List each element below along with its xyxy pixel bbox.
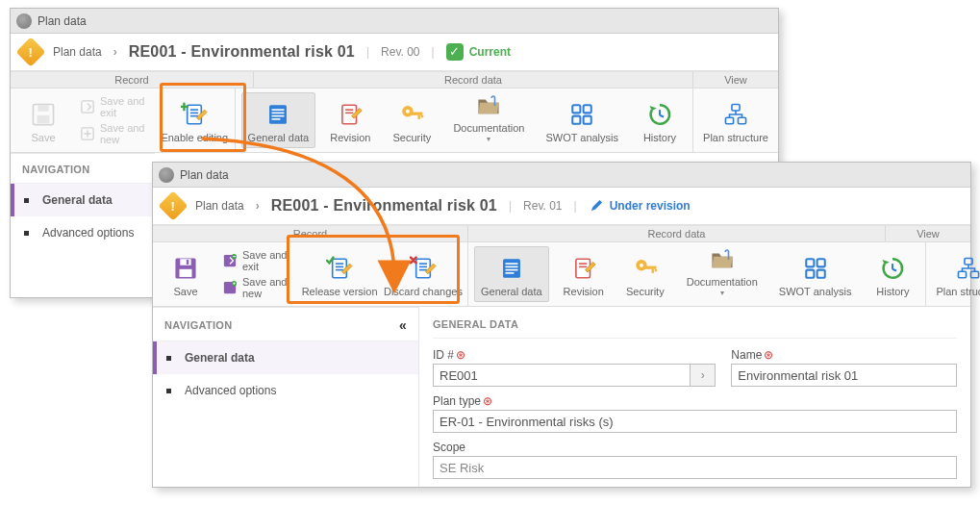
collapse-icon[interactable]: « <box>399 317 407 333</box>
svg-rect-23 <box>584 105 591 113</box>
security-button[interactable]: Security <box>385 92 439 148</box>
swot-analysis-button[interactable]: SWOT analysis <box>772 246 859 302</box>
svg-rect-60 <box>806 259 814 266</box>
ribbon-head-view: View <box>886 226 970 241</box>
bullet-icon <box>24 231 29 236</box>
ribbon-group-view: Plan structure <box>693 88 778 152</box>
plan-structure-label: Plan structure <box>703 132 768 143</box>
svg-rect-21 <box>421 115 423 117</box>
history-clock-icon <box>645 101 674 128</box>
svg-rect-61 <box>817 259 824 266</box>
general-data-label: General data <box>481 286 542 297</box>
plan-structure-button[interactable]: Plan structure <box>699 92 772 148</box>
enable-editing-button[interactable]: Enable editing <box>161 92 229 148</box>
breadcrumb-root[interactable]: Plan data <box>195 199 244 213</box>
titlebar: Plan data <box>153 163 970 188</box>
swot-analysis-button[interactable]: SWOT analysis <box>539 92 625 148</box>
svg-rect-30 <box>738 117 745 124</box>
save-button[interactable]: Save <box>159 246 213 302</box>
nav-item-general-data[interactable]: General data <box>153 341 418 374</box>
general-data-button[interactable]: General data <box>241 92 316 148</box>
bullet-icon <box>166 356 171 361</box>
nav-item-advanced-options[interactable]: Advanced options <box>153 374 418 407</box>
swot-grid-icon <box>801 255 830 282</box>
save-and-exit-label: Save and exit <box>242 249 291 272</box>
window-title: Plan data <box>180 168 229 182</box>
scope-input <box>433 456 957 479</box>
field-label-scope: Scope <box>433 441 957 454</box>
general-data-button[interactable]: General data <box>474 246 549 302</box>
swot-label: SWOT analysis <box>545 132 618 143</box>
svg-rect-57 <box>645 266 656 269</box>
floppy-plus-icon <box>81 127 94 140</box>
svg-rect-22 <box>572 105 580 113</box>
chevron-right-icon: › <box>256 199 260 213</box>
status-label: Under revision <box>610 199 691 213</box>
status-label: Current <box>469 45 511 59</box>
svg-point-18 <box>406 110 410 114</box>
nav-item-advanced-options[interactable]: Advanced options <box>11 216 155 249</box>
id-lookup-button[interactable]: › <box>691 364 716 387</box>
save-and-new-label: Save and new <box>242 276 291 299</box>
discard-changes-button[interactable]: Discard changes <box>385 246 462 302</box>
plan-structure-label: Plan structure <box>936 286 980 297</box>
required-icon: ⊛ <box>456 348 465 362</box>
ribbon: Save Save and exit Save and new <box>153 242 970 307</box>
chevron-right-icon: › <box>701 368 705 382</box>
revision-button[interactable]: Revision <box>557 246 611 302</box>
svg-rect-28 <box>732 104 740 111</box>
ribbon-group-record-data: General data Revision Security <box>236 88 693 152</box>
history-button[interactable]: History <box>633 92 687 148</box>
required-icon: ⊛ <box>483 394 492 408</box>
history-clock-icon <box>878 255 907 282</box>
documentation-label: Documentation <box>687 276 758 288</box>
history-label: History <box>643 132 676 143</box>
floppy-icon <box>171 255 200 282</box>
warning-diamond-icon <box>15 37 45 66</box>
security-button[interactable]: Security <box>618 246 672 302</box>
history-button[interactable]: History <box>866 246 919 302</box>
form-panel-general-data: GENERAL DATA ID #⊛ › <box>418 307 970 487</box>
svg-rect-63 <box>817 270 824 278</box>
svg-rect-47 <box>503 259 520 278</box>
breadcrumb-root[interactable]: Plan data <box>53 45 102 59</box>
svg-rect-11 <box>272 113 285 114</box>
revision-label: Rev. 00 <box>381 45 419 59</box>
save-label: Save <box>31 132 55 143</box>
revision-button[interactable]: Revision <box>323 92 377 148</box>
folder-clip-icon <box>708 247 737 272</box>
save-and-new-button[interactable]: Save and new <box>220 275 294 300</box>
save-and-exit-button[interactable]: Save and exit <box>220 248 294 273</box>
document-lines-icon <box>497 255 526 282</box>
nav-item-general-data[interactable]: General data <box>11 184 155 216</box>
name-input[interactable] <box>731 364 957 387</box>
documentation-button[interactable]: Documentation ▾ <box>680 246 765 302</box>
release-doc-icon <box>325 255 354 282</box>
plan-structure-button[interactable]: Plan structure <box>932 246 980 302</box>
svg-rect-34 <box>187 260 188 265</box>
history-label: History <box>876 286 909 297</box>
chevron-right-icon: › <box>113 45 117 59</box>
chevron-down-icon: ▾ <box>487 135 490 143</box>
release-version-button[interactable]: Release version <box>302 246 377 302</box>
plan-type-input[interactable] <box>433 410 957 433</box>
documentation-button[interactable]: Documentation ▾ <box>446 92 531 148</box>
save-options-stack: Save and exit Save and new <box>220 246 294 300</box>
form-row: ID #⊛ › Name⊛ <box>433 348 957 387</box>
navigation-header: NAVIGATION <box>11 154 155 184</box>
stage: Plan data Plan data › RE001 - Environmen… <box>0 0 980 505</box>
id-input[interactable] <box>433 364 691 387</box>
security-label: Security <box>626 286 665 297</box>
svg-rect-58 <box>651 269 653 273</box>
svg-rect-59 <box>655 269 657 271</box>
divider: | <box>432 45 435 59</box>
breadcrumb-title: RE001 - Environmental risk 01 <box>129 43 355 61</box>
floppy-icon <box>29 101 58 128</box>
ribbon-group-record-data: General data Revision Security <box>468 242 926 306</box>
ribbon-section-headers: Record Record data View <box>11 71 778 88</box>
swot-label: SWOT analysis <box>779 286 852 297</box>
save-and-exit-label: Save and exit <box>100 95 150 118</box>
save-and-exit-button: Save and exit <box>78 94 153 119</box>
navigation-panel: NAVIGATION « General data Advanced optio… <box>153 307 418 487</box>
ribbon-group-record: Save Save and exit Save and new <box>11 88 236 152</box>
